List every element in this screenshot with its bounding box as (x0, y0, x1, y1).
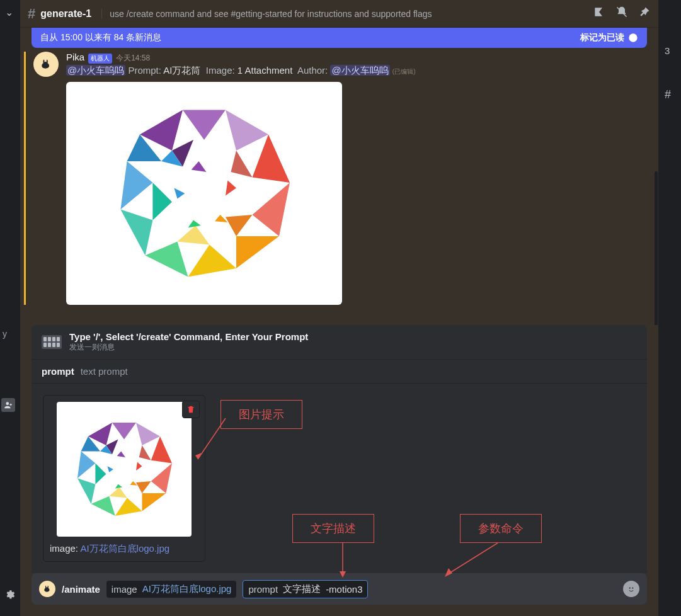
svg-marker-6 (236, 236, 279, 268)
svg-marker-7 (188, 245, 237, 277)
param-image[interactable]: image AI万花筒白底logo.jpg (106, 581, 237, 598)
kaleidoscope-logo (97, 86, 311, 300)
add-people-button[interactable] (1, 398, 15, 412)
avatar[interactable] (33, 52, 59, 77)
message-attachment[interactable] (66, 82, 342, 305)
svg-marker-9 (120, 210, 152, 256)
message-timestamp: 今天14:58 (116, 53, 150, 64)
image-label: Image: (206, 65, 235, 76)
svg-marker-50 (445, 568, 452, 577)
trash-icon (186, 405, 195, 414)
svg-marker-18 (192, 161, 207, 172)
upload-thumbnail[interactable] (57, 402, 192, 537)
user-mention[interactable]: @小火车呜呜 (66, 65, 125, 76)
member-count: 3 (665, 45, 670, 56)
channel-topic[interactable]: use /create command and see #getting-sta… (101, 9, 432, 19)
annotation-arrow-3 (441, 543, 504, 581)
svg-marker-35 (139, 445, 151, 460)
side-hash-icon[interactable]: # (665, 88, 671, 101)
smile-icon (626, 583, 637, 595)
svg-line-49 (447, 543, 498, 574)
option-name: prompt (42, 366, 74, 377)
server-dropdown-chevron[interactable]: ⌄ (0, 0, 20, 25)
svg-marker-13 (231, 151, 253, 178)
hash-icon: # (28, 6, 35, 22)
svg-marker-43 (115, 484, 122, 489)
new-messages-text: 自从 15:00 以来有 84 条新消息 (40, 32, 161, 43)
svg-marker-23 (112, 423, 136, 440)
upload-area: image: AI万花筒白底logo.jpg 图片提示 文字描述 参数命令 (31, 384, 647, 573)
param-prompt[interactable]: prompt 文字描述 -motion3 (243, 580, 368, 598)
image-value: 1 Attachment (237, 65, 293, 76)
emoji-picker-button[interactable] (623, 581, 639, 597)
svg-marker-29 (115, 498, 142, 516)
annotation-image-hint: 图片提示 (220, 400, 302, 429)
message-content: @小火车呜呜 Prompt: AI万花筒 Image: 1 Attachment… (66, 64, 647, 77)
svg-marker-3 (226, 110, 268, 151)
svg-marker-4 (253, 135, 290, 183)
svg-marker-10 (120, 161, 152, 210)
svg-marker-48 (340, 571, 346, 578)
svg-marker-31 (77, 478, 95, 504)
svg-marker-38 (95, 464, 106, 484)
annotation-param-cmd: 参数命令 (460, 514, 542, 543)
command-popup: Type '/', Select '/create' Command, Ente… (31, 325, 647, 573)
svg-marker-16 (152, 183, 172, 220)
svg-marker-41 (136, 462, 142, 471)
command-option[interactable]: prompt text prompt (31, 360, 647, 384)
svg-marker-22 (174, 188, 185, 199)
mark-read-button[interactable]: 标记为已读 (580, 32, 638, 43)
svg-marker-8 (146, 242, 188, 277)
command-subtitle: 发送一则消息 (69, 342, 308, 353)
sidebar-letter: y (3, 329, 7, 339)
command-bot-avatar (39, 581, 55, 597)
svg-point-53 (632, 587, 633, 588)
settings-gear-icon[interactable] (4, 589, 15, 603)
channel-main: # generate-1 use /create command and see… (20, 0, 658, 616)
svg-marker-30 (91, 496, 115, 516)
message-list: Pika 机器人 今天14:58 @小火车呜呜 Prompt: AI万花筒 Im… (20, 48, 658, 325)
members-sidebar: 3 # (658, 0, 681, 616)
svg-marker-19 (226, 181, 236, 196)
scrollbar[interactable] (655, 171, 658, 325)
server-sidebar: ⌄ y (0, 0, 20, 616)
message: Pika 机器人 今天14:58 @小火车呜呜 Prompt: AI万花筒 Im… (24, 52, 647, 305)
svg-marker-25 (136, 423, 160, 445)
svg-marker-36 (136, 481, 151, 493)
author-mention[interactable]: @小火车呜呜 (330, 65, 389, 76)
pin-icon[interactable] (638, 6, 651, 21)
svg-marker-32 (77, 452, 95, 479)
upload-filename: image: AI万花筒白底logo.jpg (50, 543, 198, 555)
annotation-text-desc: 文字描述 (292, 514, 374, 543)
threads-icon[interactable] (593, 6, 605, 21)
command-header[interactable]: Type '/', Select '/create' Command, Ente… (31, 325, 647, 360)
option-description: text prompt (81, 366, 128, 377)
svg-point-52 (629, 587, 631, 588)
svg-marker-44 (107, 466, 113, 472)
prompt-value: AI万花筒 (163, 65, 200, 76)
svg-point-0 (6, 402, 9, 405)
svg-marker-37 (109, 488, 127, 498)
rabbit-icon (40, 58, 52, 71)
upload-card: image: AI万花筒白底logo.jpg (43, 395, 205, 562)
annotation-arrow-1 (194, 415, 232, 465)
svg-marker-14 (226, 215, 253, 236)
annotation-arrow-2 (336, 543, 349, 581)
notification-icon[interactable] (615, 6, 628, 21)
channel-header: # generate-1 use /create command and see… (20, 0, 658, 28)
svg-marker-42 (130, 481, 137, 486)
person-plus-icon (4, 401, 13, 409)
svg-marker-40 (117, 452, 125, 458)
message-author[interactable]: Pika (66, 52, 84, 62)
svg-marker-1 (183, 110, 226, 140)
bot-badge: 机器人 (88, 54, 112, 64)
mark-read-icon (628, 33, 638, 43)
filename-link[interactable]: AI万花筒白底logo.jpg (80, 543, 169, 554)
svg-line-45 (198, 418, 226, 459)
svg-marker-5 (253, 183, 290, 236)
svg-point-51 (627, 585, 636, 594)
keyboard-icon (42, 335, 62, 349)
slash-command: /animate (62, 584, 100, 595)
channel-name[interactable]: generate-1 (40, 8, 91, 20)
new-messages-bar[interactable]: 自从 15:00 以来有 84 条新消息 标记为已读 (31, 28, 647, 48)
